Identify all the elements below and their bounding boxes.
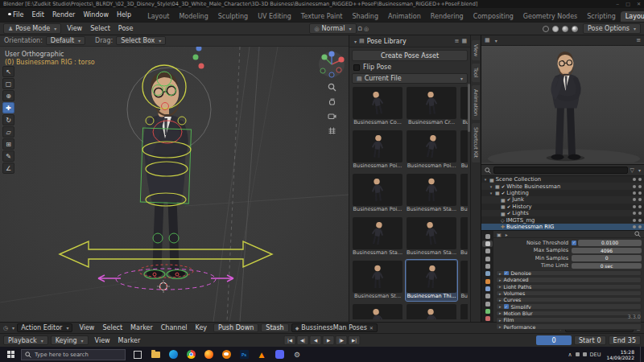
collection-checkbox[interactable]: ✔ <box>507 204 511 209</box>
object-tab-icon[interactable] <box>482 278 493 284</box>
drag-dropdown[interactable]: Select Box ▾ <box>116 36 166 45</box>
scale-tool[interactable]: ▱ <box>2 126 14 138</box>
side-tab-animation[interactable]: Animation <box>472 85 480 120</box>
pose-asset[interactable]: Businessman Poi... <box>406 130 457 171</box>
orientation-dropdown[interactable]: Default ▾ <box>46 36 85 45</box>
property-value-field[interactable]: 0 sec <box>572 263 642 269</box>
select-box-tool[interactable]: ▢ <box>2 78 14 89</box>
workspace-tab-sculpting[interactable]: Sculpting <box>213 11 253 22</box>
material-tab-icon[interactable] <box>482 316 493 322</box>
collection-checkbox[interactable]: ✔ <box>502 191 506 195</box>
taskbar-clock[interactable]: 15:28 14/09/2022 <box>604 349 637 360</box>
frame-start-field[interactable]: Start 0 <box>574 335 606 345</box>
current-frame-field[interactable]: 0 <box>536 335 572 345</box>
notification-center-button[interactable] <box>640 347 642 362</box>
pose-asset[interactable]: Businessman Poi... <box>352 173 403 214</box>
view-layer-tab-icon[interactable] <box>482 256 493 261</box>
material-shading-icon[interactable] <box>562 26 568 32</box>
pose-asset[interactable]: Businessman Ju... <box>460 86 468 127</box>
property-value-field[interactable]: 4096 <box>572 248 642 254</box>
play-reverse-button[interactable]: ◀ <box>310 335 322 345</box>
create-pose-asset-button[interactable]: Create Pose Asset <box>352 50 468 61</box>
file-explorer-icon[interactable] <box>147 347 163 362</box>
window-titlebar[interactable]: Blender [E:\Zudkit Studio\Projects\_BLRD… <box>0 0 644 8</box>
disable-in-renders-icon[interactable] <box>638 198 642 201</box>
pose-asset[interactable]: Businessman W... <box>352 303 403 319</box>
side-tab-view[interactable]: View <box>472 40 480 60</box>
pose-asset[interactable]: Businessman Sta... <box>406 173 457 214</box>
workspace-tab-geometry-nodes[interactable]: Geometry Nodes <box>518 11 582 22</box>
pose-asset[interactable]: Businessman Poi... <box>352 130 403 171</box>
asset-source-dropdown[interactable]: ▤ Current File ▾ <box>352 73 468 84</box>
settings-icon[interactable]: ⚙ <box>289 347 305 362</box>
outliner-row[interactable]: ▾▦Scene Collection <box>481 176 644 183</box>
section-volumes[interactable]: ▸Volumes <box>496 290 642 296</box>
previous-keyframe-button[interactable]: ◀| <box>297 335 309 345</box>
hide-in-viewport-icon[interactable] <box>633 219 636 222</box>
search-icon[interactable] <box>634 231 641 237</box>
pose-asset[interactable]: Businessman Poi... <box>460 130 468 171</box>
pose-options-dropdown[interactable]: Pose Options ▾ <box>583 23 641 34</box>
constraints-tab-icon[interactable] <box>482 301 493 306</box>
pose-asset[interactable]: Businessman Wa... <box>406 303 457 319</box>
section-advanced[interactable]: ▸Advanced <box>496 277 642 282</box>
outliner-row[interactable]: ▦✔Lights <box>481 210 644 216</box>
outliner-row[interactable]: ✛Businessman RIG <box>481 224 644 230</box>
pose-asset[interactable]: Businessman Thi... <box>406 260 457 301</box>
navigation-gizmo[interactable] <box>318 51 345 78</box>
transform-orientation-dropdown[interactable]: ◎ Normal ▾ <box>309 23 356 34</box>
snap-magnet-icon[interactable]: Ω <box>358 26 362 32</box>
transform-tool[interactable]: ⊞ <box>2 138 14 150</box>
start-button[interactable] <box>2 347 19 362</box>
blender-icon[interactable] <box>218 347 234 362</box>
expand-caret-icon[interactable]: ▾ <box>489 191 493 195</box>
menu-window[interactable]: Window <box>79 10 113 19</box>
frame-end-field[interactable]: End 35 <box>609 335 641 345</box>
language-indicator[interactable]: DEU <box>590 352 601 358</box>
editor-type-icon[interactable]: ▦ <box>485 37 490 43</box>
unlink-icon[interactable]: ✕ <box>369 325 374 331</box>
menu-view[interactable]: View <box>75 323 98 332</box>
stash-button[interactable]: Stash <box>261 323 288 332</box>
workspace-tab-layout[interactable]: Layout <box>142 11 174 22</box>
menu-pose[interactable]: Pose <box>114 24 138 33</box>
section-performance[interactable]: ▸Performance <box>496 323 642 329</box>
jump-to-end-button[interactable]: ▶| <box>349 335 361 345</box>
outliner-row[interactable]: ▦✔Junk <box>481 196 644 203</box>
disable-in-renders-icon[interactable] <box>638 225 642 228</box>
menu-help[interactable]: Help <box>113 10 135 19</box>
tool-tab-icon[interactable] <box>482 233 493 239</box>
physics-tab-icon[interactable] <box>482 294 493 299</box>
outliner-row[interactable]: ▦✔History <box>481 204 644 210</box>
pose-asset[interactable]: Businessman Cr... <box>406 86 457 127</box>
cursor-tool[interactable]: ⊕ <box>2 90 14 101</box>
disable-in-renders-icon[interactable] <box>638 205 642 208</box>
output-tab-icon[interactable] <box>482 249 493 254</box>
collection-checkbox[interactable]: ✔ <box>507 211 511 216</box>
collection-checkbox[interactable]: ✔ <box>502 184 506 189</box>
section-curves[interactable]: ▸Curves <box>496 297 642 302</box>
edge-icon[interactable] <box>165 347 181 362</box>
list-view-icon[interactable]: ≡ <box>455 38 460 44</box>
side-tab-shortcut-kit[interactable]: Shortcut Kit <box>472 123 480 162</box>
mode-selector[interactable]: ♟ Pose Mode ▾ <box>3 23 61 34</box>
hide-in-viewport-icon[interactable] <box>633 191 636 195</box>
workspace-tab-modeling[interactable]: Modeling <box>174 11 213 22</box>
hide-in-viewport-icon[interactable] <box>633 212 636 215</box>
3d-viewport[interactable]: Orientation: Default ▾ Drag: Select Box … <box>0 35 349 322</box>
play-button[interactable]: ▶ <box>323 335 335 345</box>
taskbar-search[interactable]: Type here to search <box>21 349 126 360</box>
menu-marker[interactable]: Marker <box>126 323 157 332</box>
expand-caret-icon[interactable]: ▾ <box>489 184 493 189</box>
menu-select[interactable]: Select <box>98 323 126 332</box>
flip-pose-row[interactable]: Flip Pose <box>352 64 468 71</box>
menu-channel[interactable]: Channel <box>157 323 192 332</box>
disable-in-renders-icon[interactable] <box>638 185 642 188</box>
rendered-image[interactable] <box>481 46 644 164</box>
rendered-shading-icon[interactable] <box>572 26 578 32</box>
outliner-row[interactable]: ◇IMGTS_mg <box>481 216 644 223</box>
pose-asset[interactable]: Businessman St... <box>352 260 403 301</box>
tray-expand-icon[interactable]: ∧ <box>568 352 572 358</box>
pose-asset[interactable]: Businessman Sta... <box>352 216 403 257</box>
pose-asset[interactable]: Businessman Sta... <box>460 216 468 257</box>
